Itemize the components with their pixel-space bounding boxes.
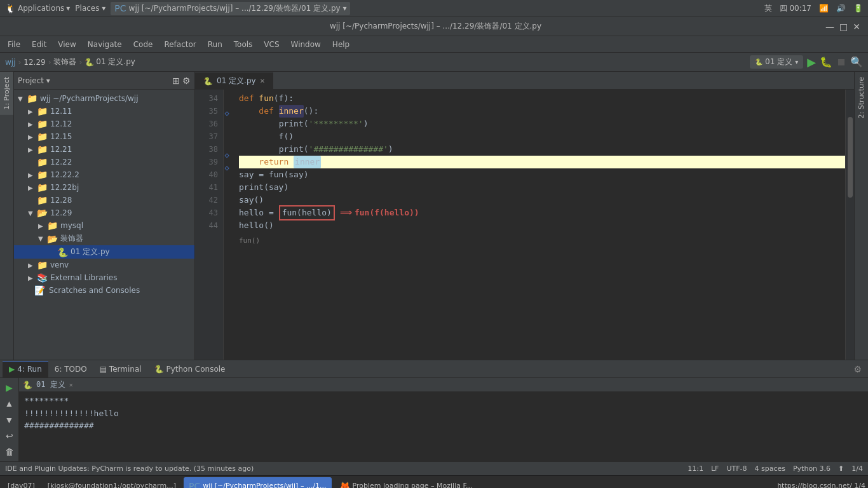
todo-tab[interactable]: 6: TODO xyxy=(48,361,93,377)
tab-label: 01 定义.py xyxy=(217,76,256,86)
project-panel: Project ▾ ⊞ ⚙ ▼ 📁 wjj ~/PycharmProjects/… xyxy=(14,72,195,360)
tree-item-12-28[interactable]: 📁 12.28 xyxy=(14,194,194,207)
tree-item-12-22[interactable]: 📁 12.22 xyxy=(14,156,194,168)
breadcrumb-sep1: › xyxy=(18,58,21,67)
taskbar-kiosk[interactable]: [kiosk@foundation1:/opt/pycharm...] xyxy=(43,477,181,489)
tree-item-12-29[interactable]: ▼ 📂 12.29 xyxy=(14,207,194,219)
code-line-40: say = fun(say) xyxy=(239,168,845,181)
settings-gear-icon[interactable]: ⚙ xyxy=(853,364,862,374)
run-config-selector[interactable]: 🐍 01 定义 ▾ xyxy=(750,55,803,69)
gutter-38: ◇ xyxy=(224,149,230,161)
terminal-tab[interactable]: ▤ Terminal xyxy=(93,361,148,377)
line-num-37: 37 xyxy=(195,130,223,143)
menu-vcs[interactable]: VCS xyxy=(259,39,284,50)
app-arrow: ▾ xyxy=(66,4,70,13)
clock: 四 00:17 xyxy=(780,3,811,14)
scroll-down-button[interactable]: ▼ xyxy=(3,413,17,426)
editor-tab-main[interactable]: 🐍 01 定义.py ✕ xyxy=(195,72,273,89)
tree-root[interactable]: ▼ 📁 wjj ~/PycharmProjects/wjj xyxy=(14,92,194,105)
taskbar-firefox[interactable]: 🦊 Problem loading page – Mozilla F... xyxy=(334,477,478,489)
tree-item-12-12[interactable]: ▶ 📁 12.12 xyxy=(14,118,194,130)
tree-item-main-file[interactable]: 🐍 01 定义.py xyxy=(14,245,194,259)
places-menu[interactable]: Places Places ▾ xyxy=(75,4,105,13)
line-num-43: 43 xyxy=(195,207,223,219)
menu-file[interactable]: File xyxy=(3,39,25,50)
settings-button[interactable]: ⚙ xyxy=(182,76,191,86)
taskbar-pycharm[interactable]: PC wjj [~/PycharmProjects/wjj] – .../1..… xyxy=(184,477,332,489)
menu-navigate[interactable]: Navigate xyxy=(83,39,127,50)
update-notification[interactable]: IDE and Plugin Updates: PyCharm is ready… xyxy=(5,464,254,473)
breadcrumb-folder2[interactable]: 装饰器 xyxy=(53,57,76,67)
run-tab[interactable]: ▶ 4: Run xyxy=(3,361,48,377)
taskbar-day07[interactable]: [day07] xyxy=(3,477,40,489)
collapse-all-button[interactable]: ⊞ xyxy=(172,76,180,86)
encoding[interactable]: UTF-8 xyxy=(726,464,747,473)
run-sidebar: ▶ ▲ ▼ ↩ 🗑 xyxy=(0,378,19,461)
code-line-38: print('##############') xyxy=(239,143,845,156)
tab-close-button[interactable]: ✕ xyxy=(260,78,265,85)
debug-button[interactable]: 🐛 xyxy=(820,56,832,68)
line-num-40: 40 xyxy=(195,168,223,181)
stop-button[interactable]: ⏹ xyxy=(836,56,846,68)
menu-refactor[interactable]: Refactor xyxy=(159,39,201,50)
tree-item-venv[interactable]: ▶ 📁 venv xyxy=(14,259,194,271)
line-num-42: 42 xyxy=(195,194,223,207)
tree-root-label: wjj ~/PycharmProjects/wjj xyxy=(40,94,139,103)
editor-footer: fun() xyxy=(239,232,845,245)
csdn-url[interactable]: https://blog.csdn.net/ 1/4 xyxy=(777,482,865,488)
code-content[interactable]: def fun(f): def inner(): print('********… xyxy=(234,90,845,360)
search-everywhere-button[interactable]: 🔍 xyxy=(850,56,863,68)
python-version[interactable]: Python 3.6 xyxy=(793,464,831,473)
run-play-button[interactable]: ▶ xyxy=(3,381,17,394)
menu-view[interactable]: View xyxy=(53,39,81,50)
project-tab[interactable]: 1: Project xyxy=(0,72,13,115)
tree-item-decorator[interactable]: ▼ 📂 装饰器 xyxy=(14,232,194,245)
editor-scrollbar[interactable] xyxy=(845,90,854,360)
tree-item-12-21[interactable]: ▶ 📁 12.21 xyxy=(14,143,194,156)
clear-output-button[interactable]: 🗑 xyxy=(3,445,17,459)
maximize-button[interactable]: □ xyxy=(839,22,848,32)
gutter-40 xyxy=(224,174,230,187)
menu-code[interactable]: Code xyxy=(128,39,158,50)
line-num-41: 41 xyxy=(195,181,223,194)
menu-window[interactable]: Window xyxy=(286,39,326,50)
gutter-39: ◇ xyxy=(224,161,230,174)
tree-item-12-15[interactable]: ▶ 📁 12.15 xyxy=(14,130,194,143)
python-console-tab[interactable]: 🐍 Python Console xyxy=(148,361,232,377)
menu-run[interactable]: Run xyxy=(203,39,227,50)
applications-menu[interactable]: 🐧 Applications ▾ xyxy=(5,3,70,13)
gutter: ◇ ◇ ◇ xyxy=(224,90,234,360)
close-button[interactable]: ✕ xyxy=(853,22,860,32)
run-output-area: ▶ ▲ ▼ ↩ 🗑 🐍 01 定义 ✕ ********* !!!!!!!!!!… xyxy=(0,378,868,461)
menu-edit[interactable]: Edit xyxy=(27,39,51,50)
tree-item-12-22-2[interactable]: ▶ 📁 12.22.2 xyxy=(14,168,194,181)
run-button[interactable]: ▶ xyxy=(807,55,816,69)
tree-item-12-11[interactable]: ▶ 📁 12.11 xyxy=(14,105,194,118)
line-ending[interactable]: LF xyxy=(711,464,719,473)
system-bar-right: 英 四 00:17 📶 🔊 🔋 xyxy=(764,3,863,14)
indent-setting[interactable]: 4 spaces xyxy=(754,464,785,473)
breadcrumb-folder1[interactable]: 12.29 xyxy=(24,58,45,67)
system-bar: 🐧 Applications ▾ Places Places ▾ PC wjj … xyxy=(0,0,868,17)
tree-item-external-libs[interactable]: ▶ 📚 External Libraries xyxy=(14,271,194,284)
run-tab-close[interactable]: ✕ xyxy=(69,381,73,388)
pycharm-taskbar[interactable]: PC wjj [~/PycharmProjects/wjj] – .../12.… xyxy=(111,2,350,15)
code-line-35: def inner(): xyxy=(239,105,845,118)
menu-tools[interactable]: Tools xyxy=(229,39,258,50)
scroll-up-button[interactable]: ▲ xyxy=(3,396,17,410)
menu-help[interactable]: Help xyxy=(327,39,355,50)
project-root-breadcrumb[interactable]: wjj xyxy=(5,58,15,67)
code-editor[interactable]: 34 35 36 37 38 39 40 41 42 43 44 ◇ ◇ ◇ xyxy=(195,90,854,360)
wrap-output-button[interactable]: ↩ xyxy=(3,429,17,442)
tree-item-12-22bj[interactable]: ▶ 📁 12.22bj xyxy=(14,181,194,194)
structure-tab[interactable]: 2: Structure xyxy=(855,72,868,123)
pycharm-icon: PC xyxy=(114,3,126,13)
breadcrumb-sep3: › xyxy=(79,58,82,67)
line-numbers: 34 35 36 37 38 39 40 41 42 43 44 xyxy=(195,90,224,360)
tree-item-scratches[interactable]: 📝 Scratches and Consoles xyxy=(14,284,194,297)
app-icon: 🐧 xyxy=(5,3,16,13)
language-indicator[interactable]: 英 xyxy=(764,3,772,14)
minimize-button[interactable]: — xyxy=(825,22,834,32)
breadcrumb-file[interactable]: 🐍01 定义.py xyxy=(85,57,135,67)
tree-item-mysql[interactable]: ▶ 📁 mysql xyxy=(14,219,194,232)
